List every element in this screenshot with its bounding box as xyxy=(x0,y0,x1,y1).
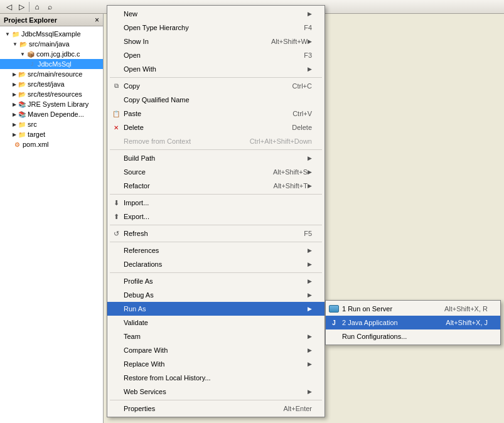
menu-item-export[interactable]: ⬆ Export... xyxy=(107,210,324,223)
tree-label: src xyxy=(28,120,37,128)
tree-item-src-main-java[interactable]: ▼ 📂 src/main/java xyxy=(0,39,103,49)
menu-sep-5 xyxy=(110,242,322,242)
menu-item-build-path[interactable]: Build Path ▶ xyxy=(107,151,324,165)
menu-item-copy[interactable]: ⧉ Copy Ctrl+C xyxy=(107,79,324,93)
menu-item-delete[interactable]: ✕ Delete Delete xyxy=(107,120,324,134)
menu-item-show-in[interactable]: Show In Alt+Shift+W ▶ xyxy=(107,35,324,48)
toolbar-back-icon[interactable]: ◁ xyxy=(3,1,15,13)
menu-sep-2 xyxy=(110,149,322,150)
menu-item-properties[interactable]: Properties Alt+Enter xyxy=(107,402,324,415)
submenu-item-ros-shortcut: Alt+Shift+X, R xyxy=(444,305,488,313)
menu-sep-6 xyxy=(110,272,322,273)
toolbar-home-icon[interactable]: ⌂ xyxy=(31,1,43,13)
menu-item-source[interactable]: Source Alt+Shift+S ▶ xyxy=(107,165,324,179)
folder-icon: 📁 xyxy=(18,120,26,129)
menu-item-debug-as[interactable]: Debug As ▶ xyxy=(107,288,324,302)
tree-item-pom[interactable]: ⚙ pom.xml xyxy=(0,139,103,149)
menu-item-refactor[interactable]: Refactor Alt+Shift+T ▶ xyxy=(107,179,324,193)
menu-item-oth-label: Open Type Hierarchy xyxy=(124,24,291,31)
menu-item-profile-as[interactable]: Profile As ▶ xyxy=(107,274,324,288)
context-menu: New ▶ Open Type Hierarchy F4 Show In Alt… xyxy=(107,5,325,417)
panel-header: Project Explorer × xyxy=(0,14,103,26)
menu-item-rw-arrow: ▶ xyxy=(308,361,312,367)
export-icon: ⬆ xyxy=(111,212,121,222)
tree-label: src/test/resources xyxy=(28,90,82,98)
submenu-item-ja-label: 2 Java Application xyxy=(342,319,446,326)
menu-item-paste[interactable]: 📋 Paste Ctrl+V xyxy=(107,107,324,120)
tree-item-jdbcmssql[interactable]: J JdbcMsSql xyxy=(0,59,103,69)
menu-item-import[interactable]: ⬇ Import... xyxy=(107,196,324,210)
menu-item-show-in-label: Show In xyxy=(124,38,259,45)
menu-item-pa-label: Profile As xyxy=(124,277,308,285)
menu-item-ra-arrow: ▶ xyxy=(308,306,312,312)
menu-item-restore-local[interactable]: Restore from Local History... xyxy=(107,371,324,385)
menu-item-new[interactable]: New ▶ xyxy=(107,7,324,21)
run-as-submenu: 1 Run on Server Alt+Shift+X, R J 2 Java … xyxy=(325,300,501,345)
panel-close-icon[interactable]: × xyxy=(95,16,99,24)
paste-icon: 📋 xyxy=(111,109,121,119)
xml-icon: ⚙ xyxy=(13,140,21,149)
menu-item-refactor-arrow: ▶ xyxy=(308,183,312,189)
menu-item-new-label: New xyxy=(124,10,308,18)
menu-item-rfc-shortcut: Ctrl+Alt+Shift+Down xyxy=(250,137,312,145)
tree-item-maven[interactable]: ▶ 📚 Maven Depende... xyxy=(0,109,103,119)
menu-item-references[interactable]: References ▶ xyxy=(107,244,324,257)
menu-item-team[interactable]: Team ▶ xyxy=(107,329,324,343)
menu-item-open-shortcut: F3 xyxy=(304,51,312,59)
toolbar-forward-icon[interactable]: ▷ xyxy=(15,1,28,13)
menu-item-web-services[interactable]: Web Services ▶ xyxy=(107,385,324,399)
tree-label: pom.xml xyxy=(23,141,49,148)
menu-item-declarations[interactable]: Declarations ▶ xyxy=(107,257,324,271)
submenu-item-run-on-server[interactable]: 1 Run on Server Alt+Shift+X, R xyxy=(326,302,500,316)
menu-sep-3 xyxy=(110,194,322,195)
menu-item-replace-with[interactable]: Replace With ▶ xyxy=(107,357,324,371)
menu-item-remove-context[interactable]: Remove from Context Ctrl+Alt+Shift+Down xyxy=(107,134,324,148)
package-icon: 📦 xyxy=(26,50,35,58)
menu-item-refresh[interactable]: ↺ Refresh F5 xyxy=(107,227,324,240)
menu-item-pa-arrow: ▶ xyxy=(308,278,312,284)
tree-item-target[interactable]: ▶ 📁 target xyxy=(0,129,103,139)
src-test-res-icon: 📂 xyxy=(18,90,26,99)
tree-item-src-test-resources[interactable]: ▶ 📂 src/test/resources xyxy=(0,89,103,99)
submenu-item-run-configs[interactable]: Run Configurations... xyxy=(326,329,500,343)
menu-item-validate[interactable]: Validate xyxy=(107,316,324,329)
menu-item-open-with[interactable]: Open With ▶ xyxy=(107,62,324,76)
tree-item-jre[interactable]: ▶ 📚 JRE System Library xyxy=(0,99,103,109)
toolbar-search-icon[interactable]: ⌕ xyxy=(43,1,56,13)
tree-item-com-jcg[interactable]: ▼ 📦 com.jcg.jdbc.c xyxy=(0,49,103,59)
menu-sep-7 xyxy=(110,400,322,400)
submenu-item-ja-shortcut: Alt+Shift+X, J xyxy=(446,319,488,326)
menu-item-show-in-shortcut: Alt+Shift+W xyxy=(271,38,308,45)
tree-item-src[interactable]: ▶ 📁 src xyxy=(0,119,103,129)
tree-item-src-test-java[interactable]: ▶ 📂 src/test/java xyxy=(0,79,103,89)
toolbar-sep-1 xyxy=(29,2,29,12)
tree-item-root[interactable]: ▼ 📁 JdbcMssqlExample xyxy=(0,29,103,39)
menu-item-delete-label: Delete xyxy=(124,124,279,131)
menu-item-da-label: Debug As xyxy=(124,291,308,299)
menu-item-paste-shortcut: Ctrl+V xyxy=(292,110,312,117)
menu-item-source-label: Source xyxy=(124,168,260,176)
menu-item-run-as[interactable]: Run As ▶ xyxy=(107,302,324,316)
menu-item-refactor-label: Refactor xyxy=(124,182,261,190)
menu-item-copy-shortcut: Ctrl+C xyxy=(292,82,312,90)
tree-label: Maven Depende... xyxy=(28,110,84,118)
menu-item-open[interactable]: Open F3 xyxy=(107,48,324,62)
tree-arrow: ▶ xyxy=(13,122,16,127)
tree-item-src-main-resources[interactable]: ▶ 📂 src/main/resource xyxy=(0,69,103,79)
menu-item-compare-with[interactable]: Compare With ▶ xyxy=(107,343,324,357)
menu-item-ow-arrow: ▶ xyxy=(308,66,312,72)
tree-arrow: ▼ xyxy=(13,41,18,47)
menu-item-declarations-label: Declarations xyxy=(124,260,308,268)
menu-item-copy-qualified[interactable]: Copy Qualified Name xyxy=(107,93,324,107)
panel-title: Project Explorer xyxy=(4,16,57,24)
submenu-item-java-application[interactable]: J 2 Java Application Alt+Shift+X, J xyxy=(326,316,500,329)
menu-item-oth-shortcut: F4 xyxy=(304,24,312,31)
menu-item-props-shortcut: Alt+Enter xyxy=(283,405,312,412)
menu-item-declarations-arrow: ▶ xyxy=(308,261,312,267)
menu-item-rl-label: Restore from Local History... xyxy=(124,374,312,382)
menu-item-new-arrow: ▶ xyxy=(308,11,312,17)
submenu-item-rc-label: Run Configurations... xyxy=(342,333,488,340)
menu-item-open-type-hierarchy[interactable]: Open Type Hierarchy F4 xyxy=(107,21,324,35)
menu-item-cw-arrow: ▶ xyxy=(308,347,312,353)
tree-label: src/main/resource xyxy=(28,70,82,78)
